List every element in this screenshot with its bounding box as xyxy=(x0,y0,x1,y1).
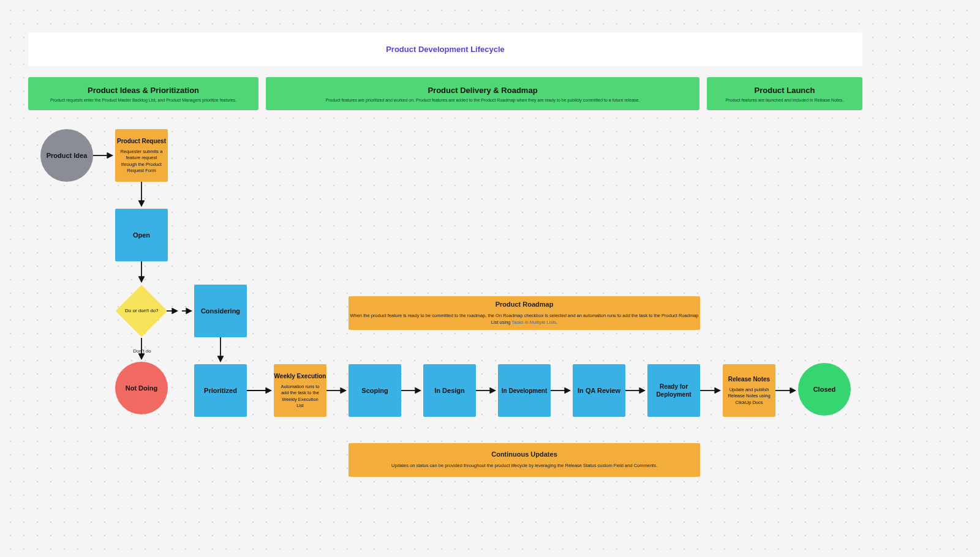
node-open[interactable]: Open xyxy=(115,209,168,261)
node-in-dev-label: In Development xyxy=(502,387,547,395)
node-decision-label: Do or don't do? xyxy=(125,308,158,314)
node-ready-deploy-label: Ready for Deployment xyxy=(647,383,700,398)
diagram-canvas[interactable]: Product Development Lifecycle Product Id… xyxy=(0,0,980,557)
node-product-request[interactable]: Product Request Requester submits a feat… xyxy=(115,129,168,182)
node-considering[interactable]: Considering xyxy=(194,285,247,337)
node-prioritized[interactable]: Prioritized xyxy=(194,364,247,417)
node-product-idea[interactable]: Product Idea xyxy=(40,129,93,182)
node-decision[interactable]: Do or don't do? xyxy=(116,285,168,337)
edge-label-dont-do: Don't do xyxy=(132,348,153,354)
diagram-title: Product Development Lifecycle xyxy=(28,32,862,66)
phase-launch[interactable]: Product Launch Product features are laun… xyxy=(707,77,862,110)
phase-delivery-title: Product Delivery & Roadmap xyxy=(428,86,537,95)
node-considering-label: Considering xyxy=(201,307,240,315)
node-release-notes-title: Release Notes xyxy=(728,375,770,383)
node-ready-deploy[interactable]: Ready for Deployment xyxy=(647,364,700,417)
node-closed-label: Closed xyxy=(813,386,836,393)
phase-ideas-title: Product Ideas & Prioritization xyxy=(88,86,199,95)
node-not-doing-label: Not Doing xyxy=(126,384,158,392)
title-text: Product Development Lifecycle xyxy=(386,45,505,54)
node-weekly-title: Weekly Execution xyxy=(274,372,326,380)
phase-delivery[interactable]: Product Delivery & Roadmap Product featu… xyxy=(266,77,699,110)
node-scoping[interactable]: Scoping xyxy=(349,364,401,417)
node-product-idea-label: Product Idea xyxy=(47,152,88,159)
node-in-design-label: In Design xyxy=(434,387,465,394)
node-product-request-sub: Requester submits a feature request thro… xyxy=(115,149,168,174)
phase-launch-title: Product Launch xyxy=(755,86,815,95)
node-open-label: Open xyxy=(133,231,150,239)
node-scoping-label: Scoping xyxy=(361,387,388,394)
phase-ideas[interactable]: Product Ideas & Prioritization Product r… xyxy=(28,77,258,110)
node-in-qa-label: In QA Review xyxy=(578,387,620,394)
phase-delivery-sub: Product features are prioritized and wor… xyxy=(326,98,640,102)
banner-updates[interactable]: Continuous Updates Updates on status can… xyxy=(349,443,700,477)
banner-roadmap-title: Product Roadmap xyxy=(496,301,554,308)
node-in-qa[interactable]: In QA Review xyxy=(573,364,625,417)
banner-roadmap-link[interactable]: Tasks in Multiple Lists xyxy=(512,320,557,325)
node-weekly-sub: Automation runs to add the task to the W… xyxy=(274,384,326,409)
node-closed[interactable]: Closed xyxy=(798,363,851,416)
banner-updates-sub: Updates on status can be provided throug… xyxy=(391,463,657,469)
node-release-notes[interactable]: Release Notes Update and publish Release… xyxy=(723,364,775,417)
node-not-doing[interactable]: Not Doing xyxy=(115,362,168,414)
banner-roadmap-sub: When the product feature is ready to be … xyxy=(349,313,700,326)
phase-ideas-sub: Product requests enter the Product Maste… xyxy=(50,98,236,102)
node-release-notes-sub: Update and publish Release Notes using C… xyxy=(723,387,775,405)
node-weekly-execution[interactable]: Weekly Execution Automation runs to add … xyxy=(274,364,326,417)
banner-roadmap[interactable]: Product Roadmap When the product feature… xyxy=(349,296,700,330)
node-in-dev[interactable]: In Development xyxy=(498,364,551,417)
node-in-design[interactable]: In Design xyxy=(423,364,476,417)
banner-updates-title: Continuous Updates xyxy=(491,450,557,458)
node-prioritized-label: Prioritized xyxy=(204,387,237,394)
phase-launch-sub: Product features are launched and includ… xyxy=(726,98,844,102)
node-product-request-title: Product Request xyxy=(117,137,166,145)
